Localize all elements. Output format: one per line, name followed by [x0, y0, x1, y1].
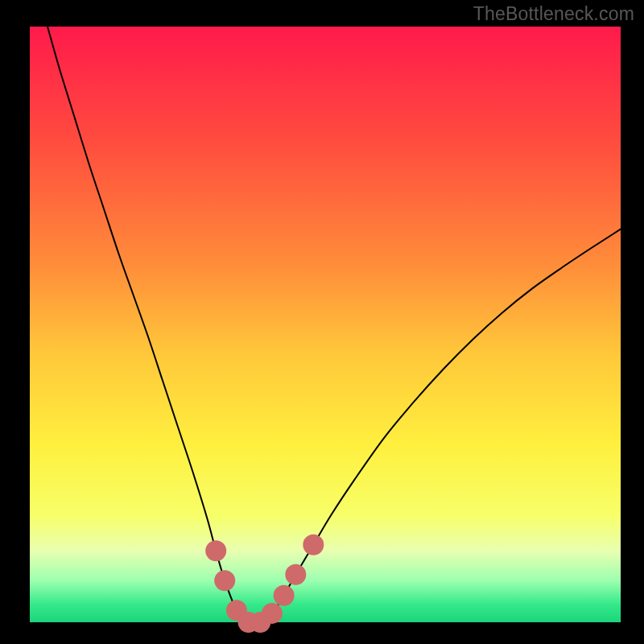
bottleneck-chart [0, 0, 644, 644]
curve-marker [274, 585, 295, 606]
plot-background [30, 27, 621, 622]
curve-marker [205, 540, 226, 561]
chart-stage: TheBottleneck.com [0, 0, 644, 644]
watermark-text: TheBottleneck.com [473, 3, 634, 25]
curve-marker [285, 564, 306, 585]
curve-marker [303, 535, 324, 555]
curve-marker [214, 570, 235, 591]
curve-marker [262, 603, 283, 624]
